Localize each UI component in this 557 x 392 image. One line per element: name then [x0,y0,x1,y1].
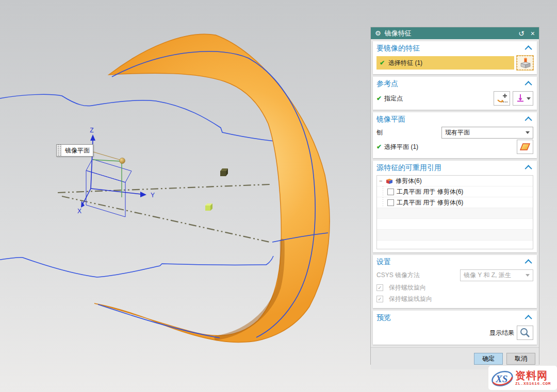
point-dialog-button[interactable] [494,91,510,106]
section-header-reference-point[interactable]: 参考点 [376,77,533,90]
tree-empty-row [377,230,533,241]
plane-method-combo[interactable]: 现有平面 [441,127,533,139]
ok-button[interactable]: 确定 [474,353,503,365]
keep-helix-handedness-label: 保持螺旋线旋向 [389,295,432,303]
tree-empty-row [377,208,533,219]
check-icon: ✔ [376,143,382,150]
tree-connector [379,186,387,197]
cancel-button[interactable]: 取消 [506,353,535,365]
tree-connector [379,197,387,208]
section-settings: 设置 CSYS 镜像方法 镜像 Y 和 Z, 派生 ✓ 保持螺纹旋向 [373,255,537,308]
dark-point-cube[interactable] [220,168,228,176]
tree-node-label: 修剪体(6) [396,177,422,185]
dialog-titlebar[interactable]: ⚙ 镜像特征 ↺ × [371,27,539,39]
section-title: 预览 [376,313,391,322]
chevron-down-icon [526,131,530,134]
tooltip-grip-handle[interactable] [57,145,62,156]
section-features-to-mirror: 要镜像的特征 ✔ 选择特征 (1) [373,41,537,74]
point-constructor-icon [496,93,507,104]
dialog-title: 镜像特征 [385,29,512,38]
specify-point-label: 指定点 [384,94,403,103]
point-type-dropdown[interactable] [513,91,533,106]
check-icon: ✔ [380,59,385,66]
chevron-up-icon [525,165,532,172]
csys-method-value: 镜像 Y 和 Z, 派生 [464,271,511,280]
close-button[interactable]: × [531,30,535,37]
keep-thread-handedness-label: 保持螺纹旋向 [389,283,426,292]
tree-empty-row [377,241,533,249]
tree-expander-icon[interactable]: − [379,178,386,184]
mirror-feature-dialog: ⚙ 镜像特征 ↺ × 要镜像的特征 ✔ 选择特征 (1) [370,27,539,365]
xs-logo-icon: XS [490,368,514,388]
reset-button[interactable]: ↺ [518,30,525,37]
show-result-button[interactable] [517,326,533,340]
select-feature-row[interactable]: ✔ 选择特征 (1) [376,56,514,70]
select-plane-label: 选择平面 (1) [384,143,418,151]
chevron-down-icon [526,274,530,277]
section-header-features[interactable]: 要镜像的特征 [376,42,533,55]
tree-child-label: 工具平面 用于 修剪体(6) [397,188,463,196]
chevron-up-icon [525,81,532,88]
tree-child-label: 工具平面 用于 修剪体(6) [397,198,463,207]
watermark-logo-text: XS [495,373,507,384]
section-mirror-plane: 镜像平面 刨 现有平面 ✔ 选择平面 (1) [373,112,537,158]
chevron-up-icon [525,315,532,322]
section-title: 源特征的可重用引用 [376,163,441,173]
section-header-settings[interactable]: 设置 [376,255,533,268]
watermark-site-name: 资料网 [515,370,551,381]
tree-child-tool-plane-2[interactable]: 工具平面 用于 修剪体(6) [377,197,533,208]
feature-selector-button[interactable] [517,56,533,70]
watermark: XS 资料网 ZL.XS1616.COM [488,366,557,390]
section-preview: 预览 显示结果 [373,311,537,345]
axis-label-y: Y [151,192,155,199]
tooltip-label: 镜像平面 [62,145,93,156]
dialog-body: 要镜像的特征 ✔ 选择特征 (1) [371,39,539,369]
show-result-label: 显示结果 [489,329,514,337]
csys-method-label: CSYS 镜像方法 [376,271,420,280]
tree-node-trim-body[interactable]: − 修剪体(6) [377,176,533,186]
select-feature-label: 选择特征 (1) [388,59,422,67]
tree-empty-row [377,219,533,230]
section-title: 设置 [376,258,391,267]
tool-plane-2-checkbox[interactable] [387,199,394,206]
section-header-preview[interactable]: 预览 [376,311,533,324]
section-title: 要镜像的特征 [376,44,420,53]
trim-body-icon [386,178,394,184]
section-header-reusable[interactable]: 源特征的可重用引用 [376,161,533,174]
gear-icon: ⚙ [375,29,381,37]
reusable-reference-tree[interactable]: − 修剪体(6) 工具平面 用于 修剪体( [376,175,533,249]
inferred-point-icon [516,94,525,103]
datum-plane-icon [519,142,531,152]
section-header-mirror-plane[interactable]: 镜像平面 [376,113,533,126]
mirror-plane-tooltip: 镜像平面 [56,144,93,157]
axis-label-z: Z [90,127,93,134]
app-window: Z Y X 镜像平面 ⚙ 镜像特征 ↺ × [0,0,557,392]
plane-method-value: 现有平面 [445,128,470,137]
keep-thread-handedness-checkbox: ✓ [376,284,383,291]
watermark-site-url: ZL.XS1616.COM [515,382,551,386]
axis-label-x: X [77,208,81,215]
chevron-up-icon [525,116,532,124]
chevron-up-icon [525,259,532,266]
csys-method-combo: 镜像 Y 和 Z, 派生 [460,269,533,281]
section-title: 镜像平面 [376,115,405,124]
plane-selector-button[interactable] [517,140,533,154]
section-reference-point: 参考点 ✔ 指定点 [373,77,537,110]
tool-plane-1-checkbox[interactable] [387,189,394,195]
keep-helix-handedness-checkbox: ✓ [376,296,383,302]
checkmark-icon: ✓ [378,285,382,291]
checkmark-icon: ✓ [378,296,382,302]
check-icon: ✔ [376,95,382,102]
plane-method-label: 刨 [376,128,383,137]
boss-feature-icon [519,57,531,69]
magnifier-icon [519,328,531,338]
chevron-up-icon [525,45,532,53]
section-reusable-references: 源特征的可重用引用 − 修剪体(6) [373,161,537,252]
chevron-down-icon [527,97,531,100]
green-point-cube[interactable] [205,203,212,211]
section-title: 参考点 [376,79,398,89]
drag-handle-sphere[interactable] [120,158,125,164]
tree-child-tool-plane-1[interactable]: 工具平面 用于 修剪体(6) [377,186,533,197]
